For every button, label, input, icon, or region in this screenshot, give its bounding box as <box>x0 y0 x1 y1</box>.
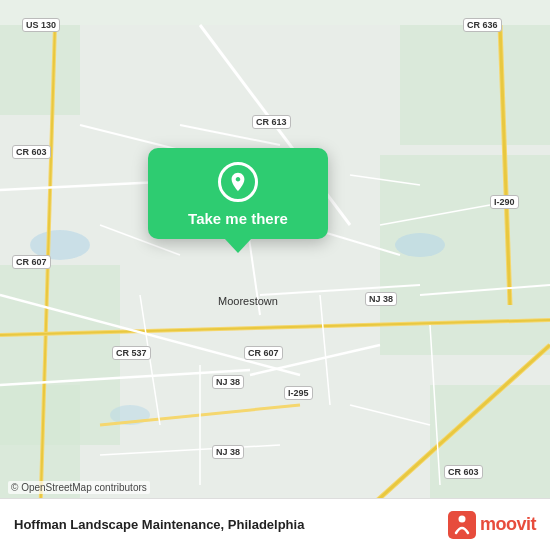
road-label-i295: I-295 <box>284 386 313 400</box>
bottom-bar-info: Hoffman Landscape Maintenance, Philadelp… <box>14 517 304 532</box>
road-label-i290: I-290 <box>490 195 519 209</box>
svg-rect-1 <box>0 25 80 115</box>
location-pin-icon <box>218 162 258 202</box>
popup-label[interactable]: Take me there <box>188 210 288 227</box>
moovit-icon-svg <box>448 511 476 539</box>
svg-rect-2 <box>400 25 550 145</box>
road-label-cr603b: CR 603 <box>444 465 483 479</box>
road-label-cr537: CR 537 <box>112 346 151 360</box>
map-attribution: © OpenStreetMap contributors <box>8 481 150 494</box>
road-label-cr607-2: CR 607 <box>244 346 283 360</box>
town-label-moorestown: Moorestown <box>218 295 278 307</box>
bottom-bar: Hoffman Landscape Maintenance, Philadelp… <box>0 498 550 550</box>
road-label-cr607-1: CR 607 <box>12 255 51 269</box>
popup-card[interactable]: Take me there <box>148 148 328 239</box>
road-label-cr613: CR 613 <box>252 115 291 129</box>
pin-svg <box>227 171 249 193</box>
location-title: Hoffman Landscape Maintenance, Philadelp… <box>14 517 304 532</box>
svg-point-40 <box>458 515 465 522</box>
map-container: US 130 CR 636 CR 613 CR 603 CR 607 NJ 38… <box>0 0 550 550</box>
road-label-nj38-1: NJ 38 <box>365 292 397 306</box>
road-label-us130: US 130 <box>22 18 60 32</box>
svg-point-8 <box>395 233 445 257</box>
road-label-nj38-3: NJ 38 <box>212 445 244 459</box>
moovit-brand-text: moovit <box>480 514 536 535</box>
moovit-logo: moovit <box>448 511 536 539</box>
svg-rect-39 <box>448 511 476 539</box>
road-label-nj38-2: NJ 38 <box>212 375 244 389</box>
road-label-cr603: CR 603 <box>12 145 51 159</box>
road-label-cr636: CR 636 <box>463 18 502 32</box>
